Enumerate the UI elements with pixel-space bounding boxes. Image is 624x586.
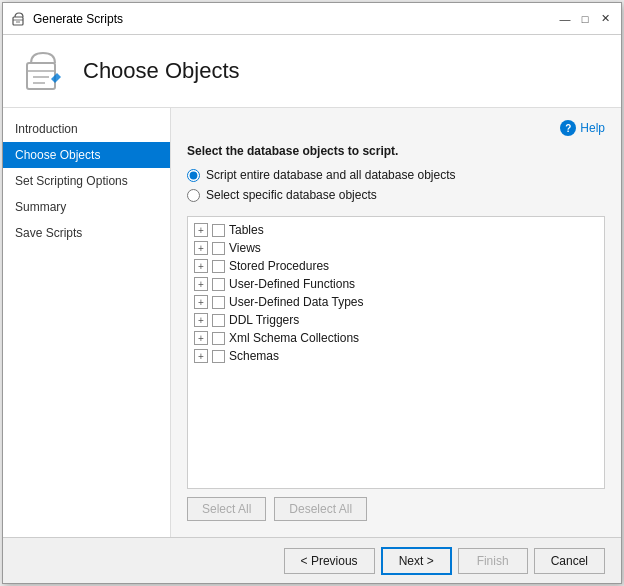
sidebar: Introduction Choose Objects Set Scriptin… xyxy=(3,108,171,537)
header-icon xyxy=(19,47,67,95)
tree-checkbox[interactable] xyxy=(212,350,225,363)
sidebar-item-set-scripting[interactable]: Set Scripting Options xyxy=(3,168,170,194)
cancel-button[interactable]: Cancel xyxy=(534,548,605,574)
expand-icon[interactable]: + xyxy=(194,241,208,255)
tree-item-label: Tables xyxy=(229,223,264,237)
tree-item[interactable]: +User-Defined Functions xyxy=(188,275,604,293)
radio-entire-label[interactable]: Script entire database and all database … xyxy=(206,168,456,182)
radio-entire-row: Script entire database and all database … xyxy=(187,168,605,182)
main-panel: ? Help Select the database objects to sc… xyxy=(171,108,621,537)
maximize-button[interactable]: □ xyxy=(577,11,593,27)
tree-checkbox[interactable] xyxy=(212,260,225,273)
help-icon: ? xyxy=(560,120,576,136)
svg-rect-0 xyxy=(13,17,23,25)
radio-specific-label[interactable]: Select specific database objects xyxy=(206,188,377,202)
expand-icon[interactable]: + xyxy=(194,313,208,327)
finish-button[interactable]: Finish xyxy=(458,548,528,574)
tree-item-label: Schemas xyxy=(229,349,279,363)
expand-icon[interactable]: + xyxy=(194,349,208,363)
tree-item-label: User-Defined Functions xyxy=(229,277,355,291)
help-label: Help xyxy=(580,121,605,135)
radio-specific[interactable] xyxy=(187,189,200,202)
section-title: Select the database objects to script. xyxy=(187,144,605,158)
tree-checkbox[interactable] xyxy=(212,332,225,345)
tree-item-label: Xml Schema Collections xyxy=(229,331,359,345)
window-controls: — □ ✕ xyxy=(557,11,613,27)
sidebar-item-save-scripts[interactable]: Save Scripts xyxy=(3,220,170,246)
footer: < Previous Next > Finish Cancel xyxy=(3,537,621,583)
expand-icon[interactable]: + xyxy=(194,259,208,273)
tree-item-label: DDL Triggers xyxy=(229,313,299,327)
sidebar-item-summary[interactable]: Summary xyxy=(3,194,170,220)
tree-item[interactable]: +Views xyxy=(188,239,604,257)
tree-checkbox[interactable] xyxy=(212,224,225,237)
tree-checkbox[interactable] xyxy=(212,296,225,309)
select-all-button[interactable]: Select All xyxy=(187,497,266,521)
title-bar: Generate Scripts — □ ✕ xyxy=(3,3,621,35)
expand-icon[interactable]: + xyxy=(194,331,208,345)
minimize-button[interactable]: — xyxy=(557,11,573,27)
tree-item[interactable]: +User-Defined Data Types xyxy=(188,293,604,311)
help-button[interactable]: ? Help xyxy=(560,120,605,136)
deselect-all-button[interactable]: Deselect All xyxy=(274,497,367,521)
radio-specific-row: Select specific database objects xyxy=(187,188,605,202)
radio-entire[interactable] xyxy=(187,169,200,182)
content-area: Introduction Choose Objects Set Scriptin… xyxy=(3,108,621,537)
radio-group: Script entire database and all database … xyxy=(187,168,605,208)
help-area: ? Help xyxy=(187,120,605,136)
header-area: Choose Objects xyxy=(3,35,621,108)
next-button[interactable]: Next > xyxy=(381,547,452,575)
previous-button[interactable]: < Previous xyxy=(284,548,375,574)
tree-checkbox[interactable] xyxy=(212,242,225,255)
expand-icon[interactable]: + xyxy=(194,295,208,309)
tree-item[interactable]: +Xml Schema Collections xyxy=(188,329,604,347)
svg-rect-3 xyxy=(27,63,55,89)
window-title: Generate Scripts xyxy=(33,12,557,26)
tree-item[interactable]: +Schemas xyxy=(188,347,604,365)
sidebar-item-introduction[interactable]: Introduction xyxy=(3,116,170,142)
tree-item[interactable]: +Tables xyxy=(188,221,604,239)
tree-item-label: User-Defined Data Types xyxy=(229,295,364,309)
tree-item[interactable]: +DDL Triggers xyxy=(188,311,604,329)
tree-buttons: Select All Deselect All xyxy=(187,497,605,521)
page-title: Choose Objects xyxy=(83,58,240,84)
tree-item-label: Views xyxy=(229,241,261,255)
app-icon xyxy=(11,11,27,27)
tree-checkbox[interactable] xyxy=(212,278,225,291)
tree-checkbox[interactable] xyxy=(212,314,225,327)
expand-icon[interactable]: + xyxy=(194,223,208,237)
tree-item[interactable]: +Stored Procedures xyxy=(188,257,604,275)
object-tree[interactable]: +Tables+Views+Stored Procedures+User-Def… xyxy=(187,216,605,489)
expand-icon[interactable]: + xyxy=(194,277,208,291)
tree-item-label: Stored Procedures xyxy=(229,259,329,273)
sidebar-item-choose-objects[interactable]: Choose Objects xyxy=(3,142,170,168)
main-window: Generate Scripts — □ ✕ Choose Objects In… xyxy=(2,2,622,584)
close-button[interactable]: ✕ xyxy=(597,11,613,27)
